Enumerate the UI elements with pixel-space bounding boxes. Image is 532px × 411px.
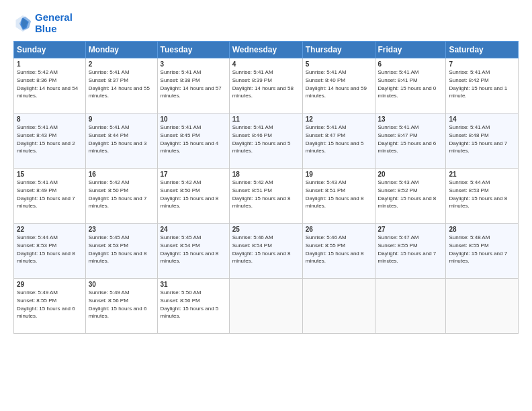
calendar-cell: 13Sunrise: 5:41 AMSunset: 8:47 PMDayligh…: [375, 113, 446, 169]
col-thursday: Thursday: [302, 42, 375, 58]
calendar-cell: [375, 279, 446, 334]
header: General Blue: [13, 12, 519, 34]
calendar-cell: 19Sunrise: 5:43 AMSunset: 8:51 PMDayligh…: [302, 169, 375, 224]
col-saturday: Saturday: [446, 42, 519, 58]
week-row-2: 8Sunrise: 5:41 AMSunset: 8:43 PMDaylight…: [14, 113, 519, 169]
week-row-5: 29Sunrise: 5:49 AMSunset: 8:55 PMDayligh…: [14, 279, 519, 334]
col-tuesday: Tuesday: [157, 42, 229, 58]
calendar-cell: 10Sunrise: 5:41 AMSunset: 8:45 PMDayligh…: [157, 113, 229, 169]
calendar-cell: [302, 279, 375, 334]
calendar-cell: 21Sunrise: 5:44 AMSunset: 8:53 PMDayligh…: [446, 169, 519, 224]
calendar-cell: 1Sunrise: 5:42 AMSunset: 8:36 PMDaylight…: [14, 58, 86, 113]
calendar-cell: 22Sunrise: 5:44 AMSunset: 8:53 PMDayligh…: [14, 224, 86, 279]
calendar-cell: 16Sunrise: 5:42 AMSunset: 8:50 PMDayligh…: [85, 169, 157, 224]
col-wednesday: Wednesday: [229, 42, 302, 58]
calendar-table: Sunday Monday Tuesday Wednesday Thursday…: [13, 41, 519, 334]
calendar-cell: 15Sunrise: 5:41 AMSunset: 8:49 PMDayligh…: [14, 169, 86, 224]
col-friday: Friday: [375, 42, 446, 58]
calendar-cell: 6Sunrise: 5:41 AMSunset: 8:41 PMDaylight…: [375, 58, 446, 113]
logo: General Blue: [13, 12, 73, 34]
calendar-cell: 24Sunrise: 5:45 AMSunset: 8:54 PMDayligh…: [157, 224, 229, 279]
calendar-cell: 20Sunrise: 5:43 AMSunset: 8:52 PMDayligh…: [375, 169, 446, 224]
calendar-cell: 27Sunrise: 5:47 AMSunset: 8:55 PMDayligh…: [375, 224, 446, 279]
calendar-cell: 17Sunrise: 5:42 AMSunset: 8:50 PMDayligh…: [157, 169, 229, 224]
calendar-cell: 25Sunrise: 5:46 AMSunset: 8:54 PMDayligh…: [229, 224, 302, 279]
calendar-cell: 29Sunrise: 5:49 AMSunset: 8:55 PMDayligh…: [14, 279, 86, 334]
calendar-cell: 18Sunrise: 5:42 AMSunset: 8:51 PMDayligh…: [229, 169, 302, 224]
week-row-1: 1Sunrise: 5:42 AMSunset: 8:36 PMDaylight…: [14, 58, 519, 113]
calendar-cell: 28Sunrise: 5:48 AMSunset: 8:55 PMDayligh…: [446, 224, 519, 279]
calendar-cell: 4Sunrise: 5:41 AMSunset: 8:39 PMDaylight…: [229, 58, 302, 113]
calendar-cell: 14Sunrise: 5:41 AMSunset: 8:48 PMDayligh…: [446, 113, 519, 169]
calendar-cell: 31Sunrise: 5:50 AMSunset: 8:56 PMDayligh…: [157, 279, 229, 334]
page: General Blue Sunday Monday Tuesday Wedne…: [0, 0, 532, 411]
week-row-4: 22Sunrise: 5:44 AMSunset: 8:53 PMDayligh…: [14, 224, 519, 279]
calendar-cell: 12Sunrise: 5:41 AMSunset: 8:47 PMDayligh…: [302, 113, 375, 169]
calendar-cell: 30Sunrise: 5:49 AMSunset: 8:56 PMDayligh…: [85, 279, 157, 334]
calendar-cell: 11Sunrise: 5:41 AMSunset: 8:46 PMDayligh…: [229, 113, 302, 169]
calendar-cell: 8Sunrise: 5:41 AMSunset: 8:43 PMDaylight…: [14, 113, 86, 169]
col-monday: Monday: [85, 42, 157, 58]
calendar-cell: 5Sunrise: 5:41 AMSunset: 8:40 PMDaylight…: [302, 58, 375, 113]
calendar-cell: [446, 279, 519, 334]
calendar-cell: [229, 279, 302, 334]
col-sunday: Sunday: [14, 42, 86, 58]
calendar-cell: 26Sunrise: 5:46 AMSunset: 8:55 PMDayligh…: [302, 224, 375, 279]
calendar-cell: 9Sunrise: 5:41 AMSunset: 8:44 PMDaylight…: [85, 113, 157, 169]
logo-text: General Blue: [35, 12, 73, 34]
logo-icon: [13, 14, 32, 33]
week-row-3: 15Sunrise: 5:41 AMSunset: 8:49 PMDayligh…: [14, 169, 519, 224]
calendar-cell: 23Sunrise: 5:45 AMSunset: 8:53 PMDayligh…: [85, 224, 157, 279]
calendar-cell: 7Sunrise: 5:41 AMSunset: 8:42 PMDaylight…: [446, 58, 519, 113]
calendar-header-row: Sunday Monday Tuesday Wednesday Thursday…: [14, 42, 519, 58]
calendar-cell: 3Sunrise: 5:41 AMSunset: 8:38 PMDaylight…: [157, 58, 229, 113]
calendar-cell: 2Sunrise: 5:41 AMSunset: 8:37 PMDaylight…: [85, 58, 157, 113]
